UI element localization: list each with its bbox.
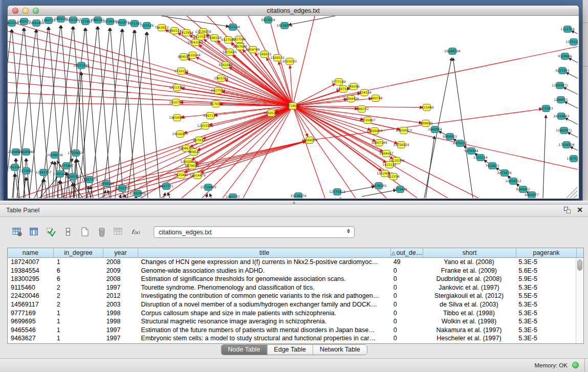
graph-node[interactable]: 8267130 <box>203 113 217 119</box>
graph-edge[interactable] <box>577 161 578 172</box>
table-cell[interactable]: de Silva et al. (2003) <box>423 300 516 309</box>
table-cell[interactable]: 22420046 <box>8 292 54 300</box>
graph-node[interactable]: 2867608 <box>233 43 247 50</box>
graph-edge[interactable] <box>563 87 578 99</box>
graph-node[interactable]: 8813054 <box>261 17 275 24</box>
table-cell[interactable]: 5.6E-5 <box>515 267 576 275</box>
network-window-titlebar[interactable]: citations_edges.txt <box>7 5 579 16</box>
column-header-name[interactable]: name <box>8 248 54 257</box>
table-cell[interactable]: 0 <box>390 309 423 318</box>
graph-node[interactable]: 7986372 <box>355 106 369 113</box>
table-cell[interactable]: 2003 <box>103 300 138 309</box>
table-cell[interactable]: 2009 <box>103 267 138 275</box>
table-cell[interactable]: 6 <box>54 267 103 275</box>
graph-node[interactable]: 1879034 <box>185 163 199 169</box>
graph-edge[interactable] <box>340 186 375 193</box>
graph-edge[interactable] <box>147 32 160 198</box>
table-cell[interactable]: 2 <box>54 283 103 292</box>
table-cell[interactable]: 1 <box>54 258 103 267</box>
table-cell[interactable]: 5.9E-5 <box>515 275 576 283</box>
table-cell[interactable]: Investigating the contribution of common… <box>138 292 390 300</box>
graph-node[interactable]: 20153346 <box>73 62 90 69</box>
graph-node[interactable]: 8322033 <box>282 58 297 65</box>
table-row[interactable]: 977716911998Corpus callosum shape and si… <box>8 309 576 318</box>
graph-node[interactable]: 14136141 <box>371 183 387 189</box>
graph-node[interactable]: 8471676 <box>497 170 512 177</box>
table-cell[interactable]: 5.3E-5 <box>515 283 576 292</box>
tab-edge-table[interactable]: Edge Table <box>267 345 313 355</box>
table-cell[interactable]: Changes of HCN gene expression and I(f) … <box>138 258 390 267</box>
table-cell[interactable]: 0 <box>390 326 423 335</box>
graph-node[interactable]: 8215953 <box>539 105 553 112</box>
new-column-icon[interactable] <box>79 226 91 238</box>
graph-edge[interactable] <box>8 72 293 106</box>
graph-edge[interactable] <box>571 31 578 38</box>
graph-node[interactable]: 12775413 <box>329 189 345 195</box>
table-selector-combobox[interactable]: citations_edges.txt <box>154 226 355 238</box>
graph-edge[interactable] <box>569 58 578 70</box>
column-header-in_degree[interactable]: in_degree <box>54 248 103 257</box>
table-cell[interactable]: 5.3E-5 <box>515 258 576 267</box>
table-row[interactable]: 946554611997Estimation of the future num… <box>8 326 576 335</box>
table-cell[interactable]: 1 <box>54 326 103 335</box>
graph-node[interactable]: 15751074 <box>565 39 578 46</box>
graph-node[interactable]: 949822 <box>188 149 200 156</box>
tab-network-table[interactable]: Network Table <box>313 345 367 355</box>
table-cell[interactable]: Nakamura et al. (1997) <box>423 326 516 335</box>
graph-node[interactable]: 9115460 <box>420 104 434 111</box>
table-cell[interactable]: 2012 <box>103 292 138 300</box>
graph-node[interactable]: 20206556 <box>47 152 63 159</box>
graph-node[interactable]: 16210643 <box>553 113 570 120</box>
table-cell[interactable]: 2008 <box>103 275 138 283</box>
graph-node[interactable]: 989035 <box>178 54 190 60</box>
graph-node[interactable]: 2684067 <box>379 150 394 157</box>
table-cell[interactable]: 1 <box>54 334 103 343</box>
graph-edge[interactable] <box>210 193 211 198</box>
table-cell[interactable]: 5.3E-5 <box>515 317 576 326</box>
graph-node[interactable]: 15829048 <box>18 149 34 156</box>
table-cell[interactable]: Estimation of significance thresholds fo… <box>138 275 390 283</box>
graph-edge[interactable] <box>564 102 578 113</box>
graph-edge[interactable] <box>543 115 546 198</box>
table-cell[interactable]: 1997 <box>103 283 138 292</box>
graph-edge[interactable] <box>8 21 293 106</box>
table-cell[interactable]: Embryonic stem cells: a model to study s… <box>138 334 390 343</box>
table-cell[interactable]: 5.3E-5 <box>515 334 576 343</box>
table-cell[interactable]: 0 <box>390 334 423 343</box>
graph-node[interactable]: 1462177 <box>226 194 240 199</box>
table-cell[interactable]: 0 <box>390 283 423 292</box>
graph-edge[interactable] <box>206 194 207 198</box>
table-cell[interactable]: 1 <box>54 317 103 326</box>
graph-edge[interactable] <box>289 16 335 25</box>
import-table-icon[interactable] <box>113 226 125 238</box>
table-cell[interactable]: Hescheler et al. (1997) <box>423 334 516 343</box>
graph-node[interactable]: 17016504 <box>558 142 575 148</box>
column-header-short[interactable]: short <box>423 248 516 257</box>
table-cell[interactable]: 14569117 <box>8 300 54 309</box>
graph-node[interactable]: 19958167 <box>98 181 115 187</box>
graph-node[interactable]: 15134576 <box>290 193 307 199</box>
graph-node[interactable]: 16543362 <box>187 39 204 46</box>
table-row[interactable]: 969969511998Structural magnetic resonanc… <box>8 317 576 326</box>
row-height-icon[interactable] <box>62 226 74 238</box>
graph-node[interactable]: 12342737 <box>35 169 52 176</box>
table-cell[interactable]: Franke et al. (2009) <box>423 267 516 275</box>
table-cell[interactable]: Yano et al. (2008) <box>423 258 516 267</box>
graph-edge[interactable] <box>426 136 434 198</box>
graph-edge[interactable] <box>340 198 340 198</box>
column-header-out_de[interactable]: △out_de… <box>391 248 423 257</box>
graph-node[interactable]: 12213363 <box>169 84 185 91</box>
table-cell[interactable]: 2 <box>54 292 103 300</box>
table-cell[interactable]: Structural magnetic resonance image aver… <box>138 317 390 326</box>
column-header-title[interactable]: title <box>138 248 391 257</box>
table-cell[interactable]: 1 <box>54 309 103 318</box>
graph-node[interactable]: 7625402 <box>174 172 188 179</box>
graph-node[interactable]: 1615132 <box>382 162 397 168</box>
graph-node[interactable]: 18807249 <box>371 140 387 146</box>
scrollbar-thumb[interactable] <box>577 259 582 271</box>
table-cell[interactable]: 18724007 <box>8 258 54 267</box>
graph-node[interactable]: 8401877 <box>525 192 539 199</box>
table-cell[interactable]: 18300295 <box>8 275 54 283</box>
graph-node[interactable]: 19654905 <box>169 115 185 121</box>
table-cell[interactable]: 2008 <box>103 258 138 267</box>
